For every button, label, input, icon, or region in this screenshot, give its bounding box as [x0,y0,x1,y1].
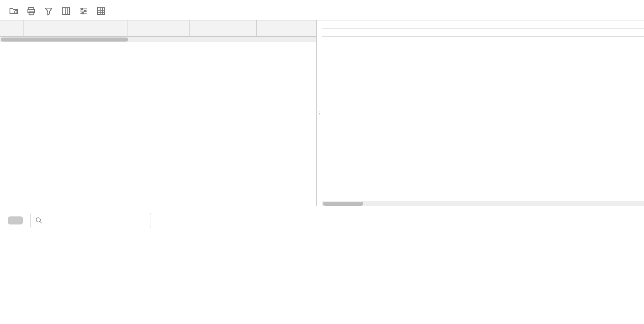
footer [0,206,644,235]
show-task-info-button[interactable] [8,216,23,224]
find-task-input[interactable] [45,216,146,225]
work-area: ⋮ [0,20,644,206]
col-header-name[interactable] [23,20,127,36]
svg-point-9 [36,218,41,222]
gantt-chart [322,20,644,206]
settings-icon[interactable] [78,5,89,17]
find-task-box[interactable] [30,213,151,228]
col-header-finish[interactable] [257,20,317,36]
print-icon[interactable] [25,5,37,17]
grid-h-thumb[interactable] [1,38,128,42]
svg-rect-4 [63,8,69,14]
gantt-h-scrollbar[interactable] [322,201,644,206]
gantt-h-thumb[interactable] [323,202,363,206]
svg-rect-8 [98,8,104,14]
grid-header [0,20,316,37]
gantt-header [322,20,644,37]
search-folder-icon[interactable] [8,5,19,17]
task-grid [0,20,317,206]
splitter[interactable]: ⋮ [317,20,322,206]
grid-h-scrollbar[interactable] [0,37,316,42]
toolbar [0,0,644,20]
gantt-body[interactable] [322,37,644,201]
columns-icon[interactable] [60,5,72,17]
col-header-all[interactable] [0,20,23,36]
col-header-duration[interactable] [127,20,190,36]
search-icon [35,216,43,224]
grid-icon[interactable] [95,5,107,17]
col-header-start[interactable] [190,20,257,36]
filter-icon[interactable] [43,5,54,17]
